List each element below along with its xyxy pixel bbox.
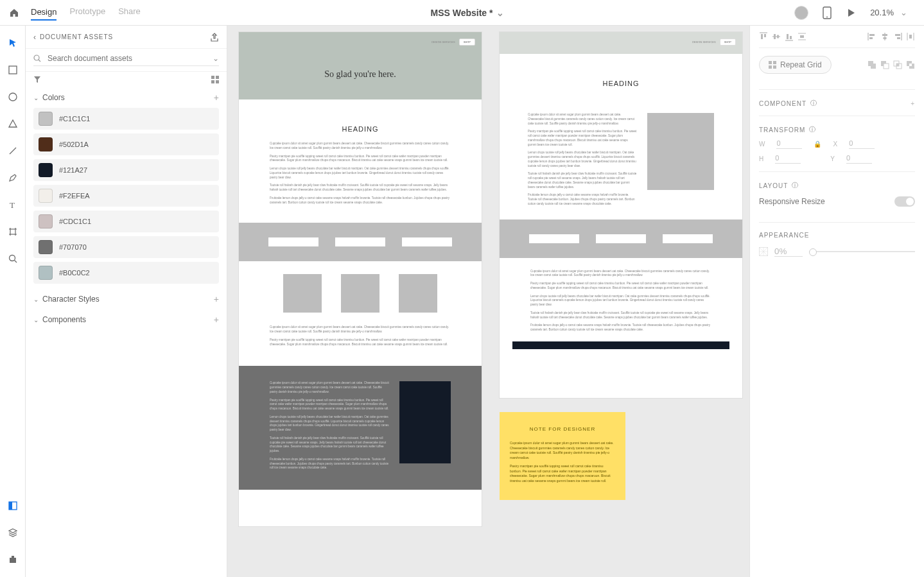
color-item[interactable]: #707070: [33, 236, 219, 258]
play-icon[interactable]: [846, 8, 856, 18]
artboard-page[interactable]: DESIGN SERVICES SHOP HEADING Cupcake ips…: [500, 32, 742, 398]
canvas[interactable]: DESIGN SERVICES SHOP So glad you're here…: [227, 26, 749, 577]
align-vcenter-icon[interactable]: [772, 32, 781, 41]
distribute-v-icon[interactable]: [798, 32, 806, 41]
assets-panel-icon[interactable]: [0, 496, 26, 515]
layers-panel-icon[interactable]: [0, 523, 26, 542]
svg-rect-50: [884, 64, 889, 69]
color-item[interactable]: #C1C1C1: [33, 108, 219, 130]
svg-line-8: [14, 261, 17, 263]
tab-prototype[interactable]: Prototype: [69, 6, 105, 19]
svg-rect-42: [909, 35, 912, 39]
svg-line-14: [39, 60, 40, 62]
align-bottom-icon[interactable]: [785, 32, 794, 41]
y-input[interactable]: [846, 154, 872, 164]
chevron-down-icon: ⌄: [33, 94, 42, 101]
svg-rect-23: [774, 34, 776, 39]
color-hex: #C1C1C1: [59, 115, 90, 123]
publish-icon[interactable]: [210, 33, 219, 42]
color-item[interactable]: #502D1A: [33, 133, 219, 155]
lock-icon[interactable]: 🔒: [814, 141, 821, 148]
artboard-tool-icon[interactable]: [0, 222, 26, 241]
svg-rect-33: [869, 37, 873, 39]
svg-rect-30: [800, 35, 804, 38]
align-right-icon[interactable]: [893, 32, 902, 41]
heading-text: HEADING: [500, 54, 742, 96]
color-item[interactable]: #121A27: [33, 159, 219, 181]
boolean-intersect-icon[interactable]: [893, 60, 902, 69]
svg-rect-27: [790, 36, 792, 39]
color-swatch: [39, 163, 53, 177]
avatar-icon[interactable]: [794, 6, 808, 20]
line-tool-icon[interactable]: [0, 141, 26, 160]
grid-view-icon[interactable]: [211, 76, 219, 83]
color-item[interactable]: #CDC1C1: [33, 211, 219, 232]
svg-rect-36: [884, 37, 887, 39]
svg-rect-15: [211, 76, 214, 79]
align-left-icon[interactable]: [867, 32, 876, 41]
svg-rect-20: [761, 34, 763, 39]
colors-section-header[interactable]: ⌄ Colors +: [26, 87, 227, 108]
svg-rect-45: [769, 65, 772, 69]
width-input[interactable]: [776, 139, 802, 149]
mobile-preview-icon[interactable]: [823, 6, 832, 19]
responsive-toggle[interactable]: [894, 196, 915, 207]
side-section: Cupcake ipsum dolor sit amet sugar plum …: [500, 96, 742, 211]
search-input[interactable]: [48, 54, 206, 63]
tab-design[interactable]: Design: [31, 4, 57, 21]
char-styles-section-header[interactable]: ⌄ Character Styles +: [26, 289, 227, 309]
opacity-slider[interactable]: [809, 251, 915, 252]
boolean-subtract-icon[interactable]: [880, 60, 889, 69]
info-icon[interactable]: ⓘ: [809, 125, 816, 134]
card: [335, 237, 385, 246]
topbar-right: 20.1% ⌄: [794, 6, 924, 20]
color-item[interactable]: #B0C0C2: [33, 262, 219, 284]
boolean-exclude-icon[interactable]: [906, 60, 915, 69]
add-color-icon[interactable]: +: [214, 92, 219, 103]
align-top-icon[interactable]: [759, 32, 768, 41]
appearance-section-label: APPEARANCE: [759, 232, 915, 239]
components-section-header[interactable]: ⌄ Components +: [26, 309, 227, 330]
topbar: Design Prototype Share MSS Website * ⌄ 2…: [0, 0, 924, 26]
svg-text:T: T: [10, 200, 15, 209]
svg-rect-18: [216, 80, 219, 83]
tab-share[interactable]: Share: [118, 6, 141, 19]
card-band: [239, 223, 482, 261]
home-button[interactable]: [0, 0, 28, 26]
info-icon[interactable]: ⓘ: [792, 181, 799, 190]
add-component-icon[interactable]: +: [911, 100, 915, 107]
color-item[interactable]: #F2EFEA: [33, 185, 219, 207]
shop-button: SHOP: [720, 39, 736, 46]
boolean-add-icon[interactable]: [867, 60, 876, 69]
align-hcenter-icon[interactable]: [880, 32, 889, 41]
polygon-tool-icon[interactable]: [0, 114, 26, 133]
filter-icon[interactable]: [33, 76, 41, 83]
artboard-home[interactable]: DESIGN SERVICES SHOP So glad you're here…: [239, 32, 482, 526]
image-placeholder: [341, 274, 379, 313]
text-tool-icon[interactable]: T: [0, 195, 26, 214]
rectangle-tool-icon[interactable]: [0, 60, 26, 80]
info-icon[interactable]: ⓘ: [810, 99, 817, 108]
document-title[interactable]: MSS Website * ⌄: [141, 8, 794, 18]
dark-text: Cupcake ipsum dolor sit amet sugar plum …: [270, 381, 389, 474]
color-list: #C1C1C1 #502D1A #121A27 #F2EFEA #CDC1C1 …: [26, 108, 227, 289]
x-input[interactable]: [849, 139, 875, 149]
sticky-note[interactable]: NOTE FOR DESIGNER Cupcake ipsum dolor si…: [500, 412, 625, 500]
select-tool-icon[interactable]: [0, 33, 26, 53]
zoom-control[interactable]: 20.1% ⌄: [870, 8, 907, 17]
zoom-tool-icon[interactable]: [0, 249, 26, 268]
distribute-h-icon[interactable]: [906, 32, 915, 41]
height-input[interactable]: [775, 154, 801, 164]
repeat-grid-button[interactable]: Repeat Grid: [759, 56, 832, 74]
plugins-panel-icon[interactable]: [0, 550, 26, 569]
card-band: [500, 220, 742, 258]
opacity-input[interactable]: [774, 246, 803, 257]
svg-point-3: [9, 93, 17, 101]
pen-tool-icon[interactable]: [0, 168, 26, 187]
add-style-icon[interactable]: +: [214, 294, 219, 304]
add-component-icon[interactable]: +: [214, 314, 219, 325]
chevron-left-icon[interactable]: ‹: [33, 33, 40, 42]
svg-rect-16: [216, 76, 219, 79]
ellipse-tool-icon[interactable]: [0, 87, 26, 107]
chevron-down-icon[interactable]: ⌄: [213, 54, 219, 63]
